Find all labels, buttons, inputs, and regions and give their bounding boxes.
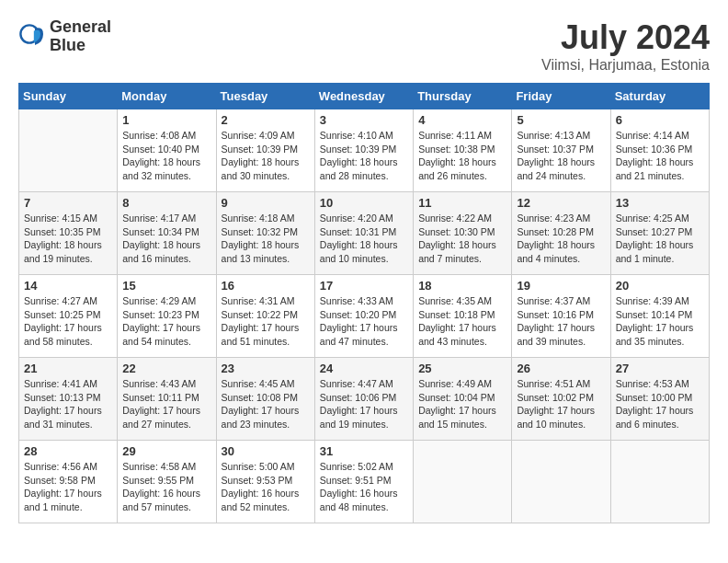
- calendar-cell: 28Sunrise: 4:56 AM Sunset: 9:58 PM Dayli…: [19, 441, 118, 523]
- calendar-cell: 5Sunrise: 4:13 AM Sunset: 10:37 PM Dayli…: [512, 109, 610, 192]
- day-number: 1: [122, 113, 210, 127]
- day-number: 20: [616, 279, 704, 293]
- day-info: Sunrise: 4:20 AM Sunset: 10:31 PM Daylig…: [320, 212, 408, 266]
- day-number: 9: [222, 196, 310, 210]
- day-info: Sunrise: 4:17 AM Sunset: 10:34 PM Daylig…: [122, 212, 210, 266]
- day-number: 17: [320, 279, 408, 293]
- calendar-cell: 20Sunrise: 4:39 AM Sunset: 10:14 PM Dayl…: [610, 275, 709, 358]
- calendar-cell: 24Sunrise: 4:47 AM Sunset: 10:06 PM Dayl…: [314, 358, 413, 441]
- calendar-week-row: 21Sunrise: 4:41 AM Sunset: 10:13 PM Dayl…: [19, 358, 710, 441]
- weekday-header: Friday: [512, 84, 610, 109]
- day-number: 11: [418, 196, 506, 210]
- calendar-cell: 26Sunrise: 4:51 AM Sunset: 10:02 PM Dayl…: [512, 358, 610, 441]
- day-number: 4: [418, 113, 506, 127]
- calendar-header-row: SundayMondayTuesdayWednesdayThursdayFrid…: [19, 84, 710, 109]
- calendar-cell: [512, 441, 610, 523]
- day-number: 3: [320, 113, 408, 127]
- calendar-cell: 29Sunrise: 4:58 AM Sunset: 9:55 PM Dayli…: [118, 441, 216, 523]
- day-number: 30: [222, 444, 310, 458]
- day-number: 26: [517, 362, 605, 375]
- logo-text: General Blue: [50, 18, 111, 55]
- day-number: 2: [222, 113, 310, 127]
- calendar-cell: 12Sunrise: 4:23 AM Sunset: 10:28 PM Dayl…: [512, 192, 610, 275]
- calendar-cell: 7Sunrise: 4:15 AM Sunset: 10:35 PM Dayli…: [19, 192, 118, 275]
- calendar-cell: 22Sunrise: 4:43 AM Sunset: 10:11 PM Dayl…: [118, 358, 216, 441]
- calendar-cell: 8Sunrise: 4:17 AM Sunset: 10:34 PM Dayli…: [118, 192, 216, 275]
- day-info: Sunrise: 4:27 AM Sunset: 10:25 PM Daylig…: [24, 294, 112, 349]
- calendar-cell: 2Sunrise: 4:09 AM Sunset: 10:39 PM Dayli…: [216, 109, 314, 192]
- weekday-header: Thursday: [414, 84, 512, 109]
- day-info: Sunrise: 4:09 AM Sunset: 10:39 PM Daylig…: [222, 129, 310, 183]
- day-info: Sunrise: 4:31 AM Sunset: 10:22 PM Daylig…: [222, 294, 310, 349]
- calendar-cell: 18Sunrise: 4:35 AM Sunset: 10:18 PM Dayl…: [414, 275, 512, 358]
- day-number: 18: [418, 279, 506, 293]
- calendar-table: SundayMondayTuesdayWednesdayThursdayFrid…: [18, 83, 710, 523]
- weekday-header: Wednesday: [314, 84, 413, 109]
- calendar-cell: 25Sunrise: 4:49 AM Sunset: 10:04 PM Dayl…: [414, 358, 512, 441]
- day-number: 28: [24, 444, 112, 458]
- day-info: Sunrise: 4:56 AM Sunset: 9:58 PM Dayligh…: [24, 460, 112, 514]
- calendar-cell: 4Sunrise: 4:11 AM Sunset: 10:38 PM Dayli…: [414, 109, 512, 192]
- day-number: 12: [517, 196, 605, 210]
- day-info: Sunrise: 4:47 AM Sunset: 10:06 PM Daylig…: [320, 377, 408, 431]
- calendar-cell: 1Sunrise: 4:08 AM Sunset: 10:40 PM Dayli…: [118, 109, 216, 192]
- calendar-cell: 9Sunrise: 4:18 AM Sunset: 10:32 PM Dayli…: [216, 192, 314, 275]
- day-info: Sunrise: 4:25 AM Sunset: 10:27 PM Daylig…: [616, 212, 704, 266]
- day-info: Sunrise: 5:02 AM Sunset: 9:51 PM Dayligh…: [320, 460, 408, 514]
- title-block: July 2024 Viimsi, Harjumaa, Estonia: [541, 18, 710, 74]
- day-number: 23: [222, 362, 310, 375]
- calendar-cell: 6Sunrise: 4:14 AM Sunset: 10:36 PM Dayli…: [610, 109, 709, 192]
- calendar-cell: 31Sunrise: 5:02 AM Sunset: 9:51 PM Dayli…: [314, 441, 413, 523]
- month-title: July 2024: [541, 18, 710, 57]
- day-info: Sunrise: 4:53 AM Sunset: 10:00 PM Daylig…: [616, 377, 704, 431]
- day-info: Sunrise: 4:10 AM Sunset: 10:39 PM Daylig…: [320, 129, 408, 183]
- day-number: 25: [418, 362, 506, 375]
- day-number: 8: [122, 196, 210, 210]
- location-subtitle: Viimsi, Harjumaa, Estonia: [541, 57, 710, 74]
- day-info: Sunrise: 4:13 AM Sunset: 10:37 PM Daylig…: [517, 129, 605, 183]
- day-number: 29: [122, 444, 210, 458]
- day-info: Sunrise: 4:23 AM Sunset: 10:28 PM Daylig…: [517, 212, 605, 266]
- day-info: Sunrise: 4:35 AM Sunset: 10:18 PM Daylig…: [418, 294, 506, 349]
- day-info: Sunrise: 4:45 AM Sunset: 10:08 PM Daylig…: [222, 377, 310, 431]
- calendar-cell: 23Sunrise: 4:45 AM Sunset: 10:08 PM Dayl…: [216, 358, 314, 441]
- day-info: Sunrise: 4:33 AM Sunset: 10:20 PM Daylig…: [320, 294, 408, 349]
- calendar-cell: 16Sunrise: 4:31 AM Sunset: 10:22 PM Dayl…: [216, 275, 314, 358]
- day-info: Sunrise: 4:29 AM Sunset: 10:23 PM Daylig…: [122, 294, 210, 349]
- calendar-week-row: 28Sunrise: 4:56 AM Sunset: 9:58 PM Dayli…: [19, 441, 710, 523]
- weekday-header: Monday: [118, 84, 216, 109]
- calendar-cell: 11Sunrise: 4:22 AM Sunset: 10:30 PM Dayl…: [414, 192, 512, 275]
- day-info: Sunrise: 4:58 AM Sunset: 9:55 PM Dayligh…: [122, 460, 210, 514]
- calendar-cell: 19Sunrise: 4:37 AM Sunset: 10:16 PM Dayl…: [512, 275, 610, 358]
- day-number: 27: [616, 362, 704, 375]
- calendar-cell: 17Sunrise: 4:33 AM Sunset: 10:20 PM Dayl…: [314, 275, 413, 358]
- day-info: Sunrise: 4:08 AM Sunset: 10:40 PM Daylig…: [122, 129, 210, 183]
- day-info: Sunrise: 4:41 AM Sunset: 10:13 PM Daylig…: [24, 377, 112, 431]
- day-number: 31: [320, 444, 408, 458]
- calendar-cell: 21Sunrise: 4:41 AM Sunset: 10:13 PM Dayl…: [19, 358, 118, 441]
- page-header: General Blue July 2024 Viimsi, Harjumaa,…: [18, 18, 710, 74]
- day-number: 24: [320, 362, 408, 375]
- calendar-cell: 15Sunrise: 4:29 AM Sunset: 10:23 PM Dayl…: [118, 275, 216, 358]
- logo: General Blue: [18, 18, 111, 55]
- day-info: Sunrise: 4:49 AM Sunset: 10:04 PM Daylig…: [418, 377, 506, 431]
- calendar-week-row: 1Sunrise: 4:08 AM Sunset: 10:40 PM Dayli…: [19, 109, 710, 192]
- day-number: 10: [320, 196, 408, 210]
- day-number: 15: [122, 279, 210, 293]
- weekday-header: Tuesday: [216, 84, 314, 109]
- day-info: Sunrise: 4:37 AM Sunset: 10:16 PM Daylig…: [517, 294, 605, 349]
- calendar-cell: 30Sunrise: 5:00 AM Sunset: 9:53 PM Dayli…: [216, 441, 314, 523]
- day-number: 5: [517, 113, 605, 127]
- day-number: 21: [24, 362, 112, 375]
- logo-icon: [18, 23, 46, 51]
- calendar-cell: 14Sunrise: 4:27 AM Sunset: 10:25 PM Dayl…: [19, 275, 118, 358]
- calendar-week-row: 14Sunrise: 4:27 AM Sunset: 10:25 PM Dayl…: [19, 275, 710, 358]
- calendar-cell: [414, 441, 512, 523]
- day-number: 6: [616, 113, 704, 127]
- day-info: Sunrise: 4:22 AM Sunset: 10:30 PM Daylig…: [418, 212, 506, 266]
- day-info: Sunrise: 5:00 AM Sunset: 9:53 PM Dayligh…: [222, 460, 310, 514]
- day-number: 13: [616, 196, 704, 210]
- calendar-week-row: 7Sunrise: 4:15 AM Sunset: 10:35 PM Dayli…: [19, 192, 710, 275]
- day-info: Sunrise: 4:14 AM Sunset: 10:36 PM Daylig…: [616, 129, 704, 183]
- calendar-cell: 27Sunrise: 4:53 AM Sunset: 10:00 PM Dayl…: [610, 358, 709, 441]
